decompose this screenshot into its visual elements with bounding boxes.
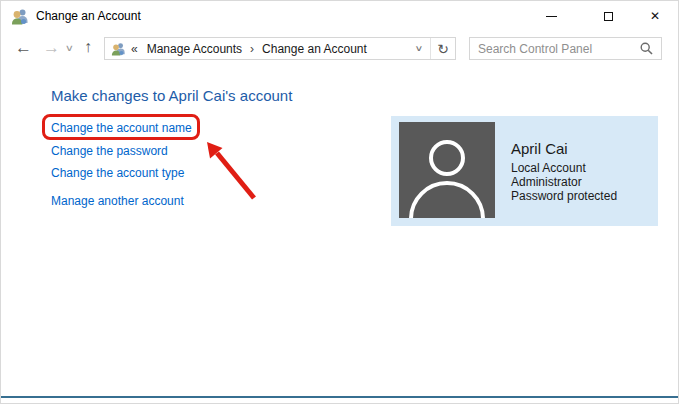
change-account-window: Change an Account ✕ ← → ∨ ↑ « Manage Acc… — [0, 0, 679, 404]
page-title: Make changes to April Cai's account — [51, 87, 292, 104]
forward-button[interactable]: → — [43, 39, 60, 56]
close-icon: ✕ — [650, 9, 660, 23]
maximize-button[interactable] — [585, 1, 631, 31]
account-type-label: Local Account — [511, 161, 586, 175]
account-tile: April Cai Local Account Administrator Pa… — [391, 116, 658, 226]
minimize-button[interactable] — [528, 1, 574, 31]
maximize-icon — [604, 12, 613, 21]
minimize-icon — [546, 16, 557, 17]
account-name: April Cai — [511, 140, 568, 157]
user-accounts-icon — [11, 8, 29, 25]
search-box[interactable] — [469, 37, 662, 60]
up-button[interactable]: ↑ — [84, 39, 92, 55]
user-accounts-small-icon — [111, 42, 126, 56]
close-button[interactable]: ✕ — [632, 1, 678, 31]
account-protection-label: Password protected — [511, 189, 617, 203]
change-account-name-link[interactable]: Change the account name — [51, 121, 192, 135]
titlebar: Change an Account ✕ — [1, 1, 678, 31]
window-title: Change an Account — [36, 9, 141, 23]
account-role-label: Administrator — [511, 175, 582, 189]
avatar — [399, 122, 495, 218]
search-input[interactable] — [470, 42, 636, 56]
breadcrumb-overflow-icon[interactable]: « — [131, 42, 138, 56]
breadcrumb-item-change-an-account[interactable]: Change an Account — [260, 42, 369, 56]
breadcrumb-separator-icon[interactable]: › — [244, 42, 260, 56]
breadcrumb-item-manage-accounts[interactable]: Manage Accounts — [145, 42, 244, 56]
window-bottom-border — [1, 396, 678, 398]
address-bar[interactable]: « Manage Accounts › Change an Account ∨ … — [104, 37, 456, 60]
change-account-type-link[interactable]: Change the account type — [51, 166, 184, 180]
search-icon[interactable] — [640, 42, 653, 55]
manage-another-account-link[interactable]: Manage another account — [51, 194, 184, 208]
change-password-link[interactable]: Change the password — [51, 144, 168, 158]
back-button[interactable]: ← — [15, 39, 32, 56]
address-dropdown-icon[interactable]: ∨ — [403, 44, 436, 53]
history-dropdown-icon[interactable]: ∨ — [65, 44, 74, 53]
